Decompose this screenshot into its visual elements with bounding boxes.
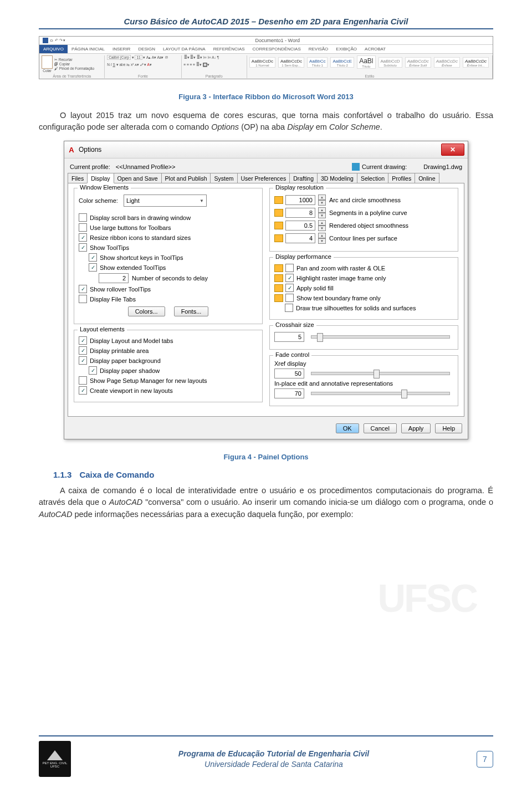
word-doc-title: Documento1 - Word (65, 38, 489, 43)
checkbox[interactable] (79, 223, 87, 232)
help-button[interactable]: Help (435, 423, 462, 433)
window-elements-legend: Window Elements (78, 184, 131, 191)
checkbox[interactable] (79, 346, 87, 355)
cancel-button[interactable]: Cancel (364, 423, 397, 433)
checkbox[interactable] (89, 253, 97, 262)
tab-system[interactable]: System (210, 173, 237, 183)
drawing-override-icon (274, 284, 283, 292)
checkbox[interactable] (79, 243, 87, 252)
ok-button[interactable]: OK (336, 423, 359, 433)
group-label: Parágrafo (184, 74, 244, 78)
checkbox-label: Display scroll bars in drawing window (90, 214, 191, 221)
checkbox[interactable] (79, 386, 87, 395)
word-icon (43, 38, 48, 43)
word-tab-arquivo[interactable]: ARQUIVO (39, 45, 68, 53)
checkbox[interactable] (79, 233, 87, 242)
crosshair-slider[interactable] (311, 335, 450, 339)
checkbox-label: Highlight raster image frame only (296, 275, 386, 282)
word-tab[interactable]: REVISÃO (305, 45, 332, 53)
tab-profiles[interactable]: Profiles (388, 173, 415, 183)
color-scheme-label: Color scheme: (79, 197, 118, 204)
tab-plot[interactable]: Plot and Publish (161, 173, 211, 183)
inplace-input[interactable]: 70 (274, 388, 304, 398)
inplace-slider[interactable] (311, 392, 450, 395)
figure-3-caption: Figura 3 - Interface Ribbon do Microsoft… (39, 93, 493, 101)
drawing-label: Current drawing: (362, 163, 407, 170)
checkbox[interactable] (285, 304, 293, 312)
font-name[interactable]: Calibri (Corp (107, 55, 130, 60)
word-tab[interactable]: REFERÊNCIAS (209, 45, 249, 53)
colors-button[interactable]: Colors... (128, 306, 165, 316)
word-tab[interactable]: ACROBAT (361, 45, 390, 53)
checkbox-label: Use large buttons for Toolbars (90, 224, 171, 231)
checkbox-label: Display paper shadow (100, 367, 160, 374)
checkbox[interactable] (79, 376, 87, 385)
checkbox-label: Show shortcut keys in ToolTips (100, 254, 183, 261)
xref-input[interactable]: 50 (274, 369, 304, 378)
crosshair-input[interactable]: 5 (274, 332, 304, 342)
word-tab[interactable]: CORRESPONDÊNCIAS (249, 45, 305, 53)
checkbox[interactable] (89, 366, 97, 375)
close-icon[interactable]: ✕ (441, 144, 464, 156)
checkbox-label: Draw true silhouettes for solids and sur… (296, 305, 416, 311)
group-label: Área de Transferência (42, 74, 102, 78)
fade-legend: Fade control (273, 351, 311, 358)
tab-files[interactable]: Files (68, 173, 88, 183)
rend-input[interactable]: 0.5 (285, 221, 315, 231)
word-tab[interactable]: PÁGINA INICIAL (68, 45, 109, 53)
tab-online[interactable]: Online (415, 173, 439, 183)
checkbox[interactable] (79, 336, 87, 345)
word-tab[interactable]: LAYOUT DA PÁGINA (159, 45, 209, 53)
checkbox-label: Show text boundary frame only (296, 295, 381, 301)
checkbox-label: Show ToolTips (90, 244, 129, 251)
checkbox-label: Show extended ToolTips (100, 264, 166, 271)
xref-slider[interactable] (311, 372, 450, 375)
checkbox[interactable] (89, 263, 97, 272)
word-tab[interactable]: EXIBIÇÃO (332, 45, 361, 53)
tab-user-pref[interactable]: User Preferences (237, 173, 290, 183)
arc-input[interactable]: 1000 (285, 195, 315, 205)
checkbox-label: Create viewport in new layouts (90, 387, 173, 394)
group-label: Estilo (249, 74, 490, 78)
tab-drafting[interactable]: Drafting (289, 173, 318, 183)
page-number: 7 (477, 751, 493, 767)
checkbox[interactable] (79, 285, 87, 293)
paragraph-1: O layout 2015 traz um novo esquema de co… (39, 110, 493, 133)
style-gallery[interactable]: AaBbCcDc1 Normal AaBbCcDc1 Sem Esp... Aa… (249, 55, 490, 69)
pet-logo: PET ENG. CIVIL UFSC (39, 741, 71, 777)
qat: 🗅 ↶ ↷ ▾ (50, 38, 65, 43)
font-size[interactable]: 11 (135, 55, 142, 60)
checkbox[interactable] (285, 294, 294, 302)
paste-label: Colar (42, 69, 53, 73)
header-rule (39, 28, 493, 29)
checkbox[interactable] (285, 264, 294, 272)
checkbox-label: Apply solid fill (296, 285, 334, 291)
checkbox[interactable] (79, 295, 87, 303)
delay-input[interactable]: 2 (99, 273, 129, 283)
autocad-icon: A (68, 146, 75, 153)
paste-icon[interactable] (42, 55, 53, 69)
figure-4-caption: Figura 4 - Painel Options (39, 453, 493, 461)
checkbox[interactable] (285, 274, 294, 282)
field-label: Rendered object smoothness (329, 222, 408, 229)
layout-elements-legend: Layout elements (78, 326, 127, 332)
fonts-button[interactable]: Fonts... (174, 306, 209, 316)
apply-button[interactable]: Apply (401, 423, 431, 433)
word-tab[interactable]: INSERIR (109, 45, 134, 53)
crosshair-legend: Crosshair size (273, 321, 316, 328)
checkbox-label: Show rollover ToolTips (90, 286, 151, 293)
checkbox[interactable] (79, 213, 87, 222)
profile-value: <<Unnamed Profile>> (116, 163, 346, 170)
tab-3d[interactable]: 3D Modeling (317, 173, 357, 183)
tab-display[interactable]: Display (87, 173, 114, 183)
tab-open-save[interactable]: Open and Save (114, 173, 162, 183)
section-1-1-3-heading: 1.1.3Caixa de Comando (53, 470, 493, 479)
field-label: Contour lines per surface (329, 235, 397, 242)
checkbox[interactable] (285, 284, 294, 292)
seg-input[interactable]: 8 (285, 208, 315, 218)
cont-input[interactable]: 4 (285, 233, 315, 243)
checkbox[interactable] (79, 356, 87, 365)
word-tab[interactable]: DESIGN (134, 45, 159, 53)
color-scheme-select[interactable]: Light▼ (124, 195, 207, 207)
tab-selection[interactable]: Selection (357, 173, 388, 183)
